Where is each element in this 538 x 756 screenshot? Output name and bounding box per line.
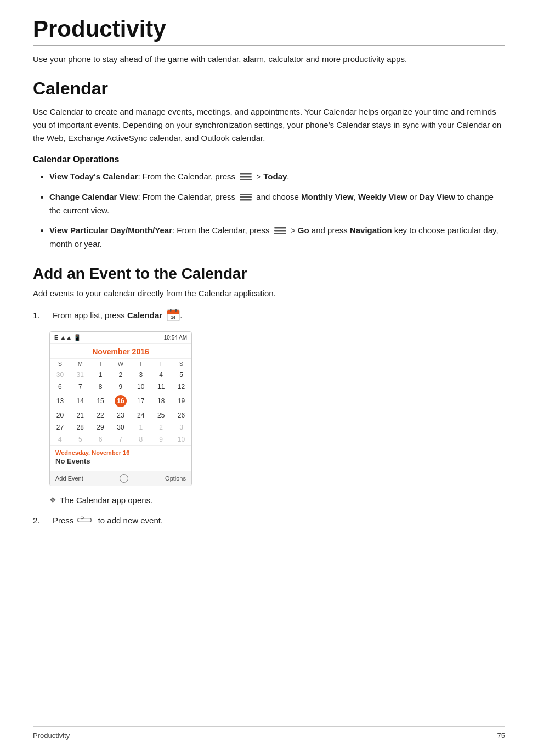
add-event-title: Add an Event to the Calendar <box>33 264 505 283</box>
menu-icon-step2 <box>77 515 95 526</box>
svg-rect-13 <box>175 309 177 312</box>
cal-cell: 10 <box>171 433 191 445</box>
svg-rect-8 <box>274 233 286 234</box>
cal-cell: 22 <box>90 409 111 421</box>
svg-rect-0 <box>240 173 252 175</box>
month-header: November 2016 <box>50 344 191 359</box>
cal-cell: 1 <box>90 369 111 381</box>
calendar-operations-list: View Today's Calendar: From the Calendar… <box>49 170 505 251</box>
home-button[interactable] <box>120 474 128 483</box>
cal-cell: 20 <box>50 409 70 421</box>
cal-cell: 27 <box>50 421 70 433</box>
cal-cell: 19 <box>171 393 191 409</box>
col-f: F <box>151 359 171 369</box>
svg-text:16: 16 <box>171 315 176 320</box>
cal-cell: 21 <box>70 409 90 421</box>
cal-cell: 26 <box>171 409 191 421</box>
step-2-num: 2. <box>33 514 48 528</box>
event-section: Wednesday, November 16 No Events <box>50 445 191 471</box>
svg-rect-16 <box>81 517 83 519</box>
svg-rect-5 <box>240 199 252 201</box>
calendar-description: Use Calendar to create and manage events… <box>33 105 505 145</box>
col-w: W <box>111 359 131 369</box>
calendar-section-title: Calendar <box>33 78 505 99</box>
cal-cell: 8 <box>131 433 151 445</box>
menu-icon-1 <box>239 172 253 182</box>
svg-rect-11 <box>167 313 179 314</box>
svg-rect-12 <box>170 309 172 312</box>
cal-cell: 18 <box>151 393 171 409</box>
table-row: 4 5 6 7 8 9 10 <box>50 433 191 445</box>
cal-cell: 1 <box>131 421 151 433</box>
phone-bottom-bar: Add Event Options <box>50 471 191 486</box>
bullet-label-2: Change Calendar View <box>49 192 138 201</box>
table-row: 6 7 8 9 10 11 12 <box>50 381 191 393</box>
cal-cell: 25 <box>151 409 171 421</box>
list-item: Change Calendar View: From the Calendar,… <box>49 190 505 218</box>
status-time: 10:54 AM <box>164 335 187 341</box>
svg-rect-3 <box>240 194 252 195</box>
cal-cell: 2 <box>151 421 171 433</box>
menu-icon-2 <box>239 192 253 202</box>
menu-icon-3 <box>273 225 287 235</box>
add-event-intro: Add events to your calendar directly fro… <box>33 287 505 300</box>
calendar-app-icon: 16 <box>167 308 180 321</box>
footer-right: 75 <box>497 731 505 740</box>
intro-text: Use your phone to stay ahead of the game… <box>33 53 505 66</box>
list-item: View Today's Calendar: From the Calendar… <box>49 170 505 184</box>
cal-cell: 4 <box>50 433 70 445</box>
table-row: 27 28 29 30 1 2 3 <box>50 421 191 433</box>
cal-cell: 30 <box>111 421 131 433</box>
diamond-icon: ❖ <box>49 494 56 506</box>
table-row: 13 14 15 16 17 18 19 <box>50 393 191 409</box>
svg-rect-15 <box>77 518 90 522</box>
step-2: 2. Press to add new event. <box>33 514 505 528</box>
calendar-grid: S M T W T F S 30 31 1 2 3 4 5 6 <box>50 359 191 445</box>
steps-list: 1. From app list, press Calendar 16 . <box>33 309 505 323</box>
svg-rect-6 <box>274 227 286 229</box>
bullet-day: Day View <box>419 192 455 201</box>
bullet-go: Go <box>298 225 309 235</box>
cal-cell: 3 <box>171 421 191 433</box>
cal-cell: 7 <box>70 381 90 393</box>
cal-cell: 7 <box>111 433 131 445</box>
cal-cell: 5 <box>70 433 90 445</box>
bullet-today: Today <box>263 172 287 181</box>
col-s2: S <box>171 359 191 369</box>
svg-rect-2 <box>240 179 252 180</box>
step-1-num: 1. <box>33 309 48 323</box>
event-date: Wednesday, November 16 <box>55 449 186 456</box>
cal-cell: 8 <box>90 381 111 393</box>
svg-rect-1 <box>240 176 252 178</box>
col-s1: S <box>50 359 70 369</box>
step-1-text: From app list, press Calendar 16 . <box>53 309 182 323</box>
title-divider <box>33 45 505 46</box>
cal-cell-today: 16 <box>111 393 131 409</box>
cal-cell: 17 <box>131 393 151 409</box>
table-row: 20 21 22 23 24 25 26 <box>50 409 191 421</box>
bullet-weekly: Weekly View <box>358 192 407 201</box>
cal-cell: 29 <box>90 421 111 433</box>
no-events-text: No Events <box>55 457 186 465</box>
col-t1: T <box>90 359 111 369</box>
status-e: E ▲▲ 📱 <box>54 334 81 341</box>
cal-cell: 14 <box>70 393 90 409</box>
cal-cell: 4 <box>151 369 171 381</box>
bullet-nav: Navigation <box>350 225 392 235</box>
cal-cell: 23 <box>111 409 131 421</box>
cal-cell: 30 <box>50 369 70 381</box>
cal-cell: 13 <box>50 393 70 409</box>
step-2-list: 2. Press to add new event. <box>33 514 505 528</box>
col-m: M <box>70 359 90 369</box>
add-event-btn[interactable]: Add Event <box>55 475 83 482</box>
cal-cell: 6 <box>50 381 70 393</box>
bullet-monthly: Monthly View <box>301 192 354 201</box>
step-2-text: Press to add new event. <box>53 514 163 528</box>
table-row: 30 31 1 2 3 4 5 <box>50 369 191 381</box>
list-item: View Particular Day/Month/Year: From the… <box>49 224 505 251</box>
cal-cell: 3 <box>131 369 151 381</box>
cal-cell: 28 <box>70 421 90 433</box>
cal-cell: 24 <box>131 409 151 421</box>
cal-cell: 9 <box>151 433 171 445</box>
options-btn[interactable]: Options <box>165 475 186 482</box>
